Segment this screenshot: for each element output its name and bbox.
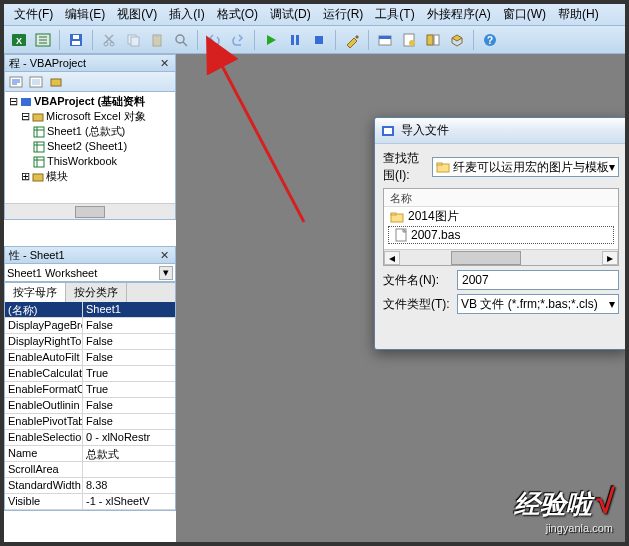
properties-icon[interactable] bbox=[398, 29, 420, 51]
property-row[interactable]: ScrollArea bbox=[5, 462, 175, 478]
project-tree[interactable]: ⊟VBAProject (基础资料 ⊟Microsoft Excel 对象 Sh… bbox=[4, 92, 176, 220]
property-name: Visible bbox=[5, 494, 83, 509]
property-value[interactable]: Sheet1 bbox=[83, 302, 175, 317]
menu-window[interactable]: 窗口(W) bbox=[497, 4, 552, 25]
tree-expand-icon[interactable]: ⊟ bbox=[21, 109, 30, 124]
chevron-down-icon[interactable]: ▾ bbox=[609, 297, 615, 311]
tab-categorized[interactable]: 按分类序 bbox=[66, 283, 127, 302]
svg-rect-38 bbox=[437, 163, 442, 165]
filename-input[interactable]: 2007 bbox=[457, 270, 619, 290]
property-value[interactable] bbox=[83, 462, 175, 477]
menu-run[interactable]: 运行(R) bbox=[317, 4, 370, 25]
menu-file[interactable]: 文件(F) bbox=[8, 4, 59, 25]
property-value[interactable]: 总款式 bbox=[83, 446, 175, 461]
file-name: 2014图片 bbox=[408, 208, 459, 225]
save-icon[interactable] bbox=[65, 29, 87, 51]
tree-node[interactable]: ThisWorkbook bbox=[47, 154, 117, 169]
copy-icon[interactable] bbox=[122, 29, 144, 51]
svg-rect-33 bbox=[33, 174, 43, 181]
tree-node[interactable]: Microsoft Excel 对象 bbox=[46, 109, 146, 124]
folder-small-icon bbox=[390, 211, 404, 223]
property-value[interactable]: -1 - xlSheetV bbox=[83, 494, 175, 509]
property-value[interactable]: 0 - xlNoRestr bbox=[83, 430, 175, 445]
scroll-left-icon[interactable]: ◂ bbox=[384, 251, 400, 265]
pause-icon[interactable] bbox=[284, 29, 306, 51]
properties-close-icon[interactable]: ✕ bbox=[157, 248, 171, 262]
property-value[interactable]: False bbox=[83, 318, 175, 333]
property-value[interactable]: 8.38 bbox=[83, 478, 175, 493]
horizontal-scrollbar[interactable] bbox=[5, 203, 175, 219]
list-item[interactable]: 2007.bas bbox=[388, 226, 614, 244]
redo-icon[interactable] bbox=[227, 29, 249, 51]
property-row[interactable]: EnableFormatCoTrue bbox=[5, 382, 175, 398]
property-value[interactable]: False bbox=[83, 350, 175, 365]
menu-tools[interactable]: 工具(T) bbox=[369, 4, 420, 25]
view-object-icon[interactable] bbox=[27, 74, 45, 90]
property-value[interactable]: False bbox=[83, 398, 175, 413]
property-row[interactable]: EnableAutoFiltFalse bbox=[5, 350, 175, 366]
object-browser-icon[interactable] bbox=[422, 29, 444, 51]
property-row[interactable]: EnablePivotTabFalse bbox=[5, 414, 175, 430]
menu-insert[interactable]: 插入(I) bbox=[163, 4, 210, 25]
menu-debug[interactable]: 调试(D) bbox=[264, 4, 317, 25]
stop-icon[interactable] bbox=[308, 29, 330, 51]
paste-icon[interactable] bbox=[146, 29, 168, 51]
svg-text:?: ? bbox=[487, 35, 493, 46]
toggle-folders-icon[interactable] bbox=[47, 74, 65, 90]
tree-node[interactable]: Sheet2 (Sheet1) bbox=[47, 139, 127, 154]
property-value[interactable]: False bbox=[83, 334, 175, 349]
toolbox-icon[interactable] bbox=[446, 29, 468, 51]
menu-format[interactable]: 格式(O) bbox=[211, 4, 264, 25]
svg-rect-14 bbox=[296, 35, 299, 45]
property-value[interactable]: True bbox=[83, 366, 175, 381]
project-explorer-title: 程 - VBAProject ✕ bbox=[4, 54, 176, 72]
property-row[interactable]: StandardWidth8.38 bbox=[5, 478, 175, 494]
property-value[interactable]: True bbox=[83, 382, 175, 397]
property-name: EnableOutlinin bbox=[5, 398, 83, 413]
excel-icon[interactable]: X bbox=[8, 29, 30, 51]
project-icon[interactable] bbox=[374, 29, 396, 51]
view-code-icon[interactable] bbox=[7, 74, 25, 90]
menu-edit[interactable]: 编辑(E) bbox=[59, 4, 111, 25]
tab-alphabetic[interactable]: 按字母序 bbox=[5, 283, 66, 302]
project-close-icon[interactable]: ✕ bbox=[157, 56, 171, 70]
file-list[interactable]: 名称 2014图片 2007.bas ◂ ▸ bbox=[383, 188, 619, 266]
undo-icon[interactable] bbox=[203, 29, 225, 51]
design-icon[interactable] bbox=[341, 29, 363, 51]
scope-select[interactable]: 纤麦可以运用宏的图片与模板 ▾ bbox=[432, 157, 619, 177]
horizontal-scrollbar[interactable]: ◂ ▸ bbox=[384, 249, 618, 265]
cut-icon[interactable] bbox=[98, 29, 120, 51]
dialog-titlebar[interactable]: 导入文件 bbox=[375, 118, 627, 144]
property-row[interactable]: Visible-1 - xlSheetV bbox=[5, 494, 175, 510]
tree-node[interactable]: 模块 bbox=[46, 169, 68, 184]
list-item[interactable]: 2014图片 bbox=[384, 207, 618, 226]
chevron-down-icon[interactable]: ▾ bbox=[159, 266, 173, 280]
tree-node[interactable]: Sheet1 (总款式) bbox=[47, 124, 125, 139]
menu-view[interactable]: 视图(V) bbox=[111, 4, 163, 25]
properties-grid[interactable]: (名称)Sheet1DisplayPageBreFalseDisplayRigh… bbox=[4, 302, 176, 511]
property-row[interactable]: DisplayRightToFalse bbox=[5, 334, 175, 350]
tree-expand-icon[interactable]: ⊞ bbox=[21, 169, 30, 184]
property-value[interactable]: False bbox=[83, 414, 175, 429]
menu-addins[interactable]: 外接程序(A) bbox=[421, 4, 497, 25]
menu-help[interactable]: 帮助(H) bbox=[552, 4, 605, 25]
chevron-down-icon[interactable]: ▾ bbox=[609, 160, 615, 174]
find-icon[interactable] bbox=[170, 29, 192, 51]
property-row[interactable]: EnableCalculatTrue bbox=[5, 366, 175, 382]
property-row[interactable]: EnableOutlininFalse bbox=[5, 398, 175, 414]
run-icon[interactable] bbox=[260, 29, 282, 51]
tree-root[interactable]: VBAProject (基础资料 bbox=[34, 94, 145, 109]
property-row[interactable]: (名称)Sheet1 bbox=[5, 302, 175, 318]
file-name: 2007.bas bbox=[411, 228, 460, 242]
property-row[interactable]: EnableSelectio0 - xlNoRestr bbox=[5, 430, 175, 446]
object-selector[interactable]: Sheet1 Worksheet ▾ bbox=[4, 264, 176, 282]
tree-expand-icon[interactable]: ⊟ bbox=[9, 94, 18, 109]
scroll-right-icon[interactable]: ▸ bbox=[602, 251, 618, 265]
menu-bar: 文件(F) 编辑(E) 视图(V) 插入(I) 格式(O) 调试(D) 运行(R… bbox=[4, 4, 625, 26]
filetype-select[interactable]: VB 文件 (*.frm;*.bas;*.cls) ▾ bbox=[457, 294, 619, 314]
property-row[interactable]: DisplayPageBreFalse bbox=[5, 318, 175, 334]
view-excel-icon[interactable] bbox=[32, 29, 54, 51]
help-icon[interactable]: ? bbox=[479, 29, 501, 51]
svg-text:X: X bbox=[16, 36, 22, 46]
property-row[interactable]: Name总款式 bbox=[5, 446, 175, 462]
